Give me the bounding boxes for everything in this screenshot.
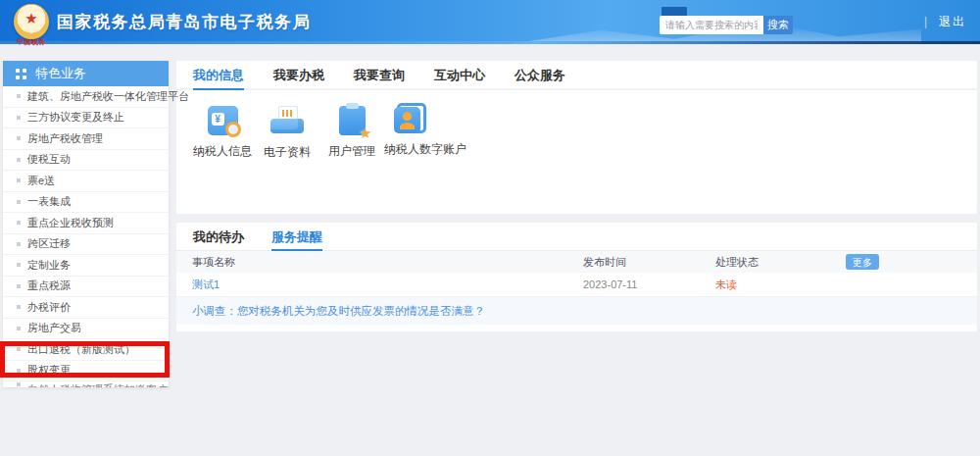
column-status: 处理状态 — [715, 251, 759, 273]
logout-button[interactable]: 退出 — [939, 15, 966, 28]
sidebar-item[interactable]: 出口退税（新版测试） — [3, 339, 169, 361]
search-button[interactable]: 搜索 — [763, 16, 793, 34]
sidebar-item-label: 定制业务 — [27, 258, 71, 273]
sidebar-item[interactable]: 房地产税收管理 — [3, 128, 169, 150]
sidebar-item[interactable]: 便税互动 — [3, 150, 169, 172]
bullet-icon — [17, 242, 21, 246]
publish-date: 2023-07-11 — [583, 273, 637, 297]
bullet-icon — [17, 94, 21, 98]
bullet-icon — [17, 327, 21, 330]
bullet-icon — [17, 116, 21, 120]
sidebar-item-label: 自然人税收管理系统扣缴客户端下载 — [27, 382, 169, 387]
table-row: 测试1 2023-07-11 未读 — [176, 273, 977, 297]
taxpayer-info-icon — [208, 106, 238, 135]
column-item-name: 事项名称 — [192, 251, 235, 273]
sidebar-item[interactable]: 一表集成 — [3, 192, 169, 214]
sidebar-title: 特色业务 — [35, 65, 86, 82]
todo-tab[interactable]: 我的待办 — [193, 223, 244, 251]
quick-link[interactable]: 纳税人数字账户 — [384, 104, 449, 161]
quick-links: 纳税人信息 电子资料 用户管理 纳税人数字账户 — [176, 90, 977, 161]
sidebar-item-label: 三方协议变更及终止 — [27, 110, 124, 125]
sidebar-item-label: 票e送 — [27, 174, 55, 188]
e-documents-icon — [270, 104, 305, 136]
national-emblem-icon — [14, 4, 49, 39]
sidebar-item[interactable]: 跨区迁移 — [3, 234, 169, 256]
status-text: 未读 — [715, 273, 737, 297]
sidebar-item[interactable]: 建筑、房地产税收一体化管理平台 — [3, 86, 169, 108]
sidebar-item[interactable]: 股权变更 — [3, 361, 169, 382]
divider: | — [924, 15, 927, 28]
main-tab[interactable]: 互动中心 — [434, 61, 485, 90]
sidebar-item-label: 房地产税收管理 — [27, 131, 103, 146]
quick-link-label: 用户管理 — [319, 143, 384, 160]
tax-bureau-logo: 中国税务 — [10, 4, 53, 47]
sidebar-item-label: 重点企业税收预测 — [27, 216, 114, 230]
main-tab[interactable]: 我的信息 — [193, 61, 244, 90]
app-header: 中国税务 国家税务总局青岛市电子税务局 搜索 |退出 — [0, 0, 980, 44]
bullet-icon — [17, 347, 21, 351]
sidebar-item-label: 便税互动 — [27, 152, 71, 167]
column-publish-time: 发布时间 — [583, 251, 626, 273]
bullet-icon — [17, 284, 21, 288]
todo-panel: 我的待办服务提醒 事项名称 发布时间 处理状态 更多 测试1 2023-07-1… — [176, 223, 977, 331]
quick-link[interactable]: 电子资料 — [255, 104, 319, 161]
sidebar-item[interactable]: 重点税源 — [3, 277, 169, 298]
sidebar-item[interactable]: 定制业务 — [3, 255, 169, 277]
sidebar-item-label: 房地产交易 — [27, 321, 81, 335]
table-body: 测试1 2023-07-11 未读 — [176, 273, 977, 297]
more-button[interactable]: 更多 — [846, 254, 879, 270]
digital-account-icon — [394, 107, 420, 133]
bullet-icon — [17, 305, 21, 309]
quick-link-label: 纳税人信息 — [190, 143, 255, 160]
table-header: 事项名称 发布时间 处理状态 更多 — [176, 251, 977, 273]
main-tab[interactable]: 我要办税 — [273, 61, 324, 90]
search-input[interactable] — [660, 16, 763, 34]
sidebar-item[interactable]: 票e送 — [3, 171, 169, 192]
sidebar-item[interactable]: 重点企业税收预测 — [3, 213, 169, 234]
bullet-icon — [17, 369, 21, 373]
sidebar-header: 特色业务 — [3, 61, 169, 86]
bullet-icon — [17, 200, 21, 204]
quick-link-label: 纳税人数字账户 — [384, 141, 449, 158]
bullet-icon — [17, 178, 21, 182]
user-management-icon — [339, 106, 366, 135]
sidebar-item-label: 建筑、房地产税收一体化管理平台 — [27, 89, 189, 104]
main-tab[interactable]: 公众服务 — [514, 61, 565, 90]
sidebar: 特色业务 建筑、房地产税收一体化管理平台 三方协议变更及终止 房地产税收管理 便… — [3, 61, 169, 387]
sidebar-menu: 建筑、房地产税收一体化管理平台 三方协议变更及终止 房地产税收管理 便税互动 票… — [3, 86, 169, 381]
grid-icon — [16, 69, 26, 79]
quick-link-label: 电子资料 — [255, 144, 319, 161]
item-name-link[interactable]: 测试1 — [192, 273, 220, 297]
bullet-icon — [17, 263, 21, 267]
main-tab[interactable]: 我要查询 — [354, 61, 405, 90]
bullet-icon — [17, 158, 21, 162]
sidebar-item[interactable]: 办税评价 — [3, 297, 169, 319]
sidebar-item[interactable]: 房地产交易 — [3, 319, 169, 340]
sidebar-item-label: 出口退税（新版测试） — [27, 342, 135, 357]
sidebar-item-label: 重点税源 — [27, 279, 71, 293]
quick-link[interactable]: 纳税人信息 — [190, 104, 255, 161]
sidebar-item-clipped[interactable]: 自然人税收管理系统扣缴客户端下载 — [3, 381, 169, 387]
todo-tabs: 我的待办服务提醒 — [176, 223, 977, 251]
header-user-actions: |退出 — [924, 14, 966, 30]
bullet-icon — [17, 136, 21, 140]
sidebar-item-label: 一表集成 — [27, 194, 71, 209]
main-tabs: 我的信息我要办税我要查询互动中心公众服务 — [176, 61, 977, 90]
sidebar-item-label: 跨区迁移 — [27, 236, 71, 251]
sidebar-item-label: 股权变更 — [27, 363, 71, 378]
search-hint-tag — [662, 7, 687, 16]
survey-link[interactable]: 小调查：您对税务机关为您及时供应发票的情况是否满意？ — [176, 297, 977, 325]
sidebar-item-label: 办税评价 — [27, 300, 71, 315]
sidebar-item[interactable]: 三方协议变更及终止 — [3, 108, 169, 129]
page-title: 国家税务总局青岛市电子税务局 — [57, 11, 311, 33]
main-panel: 我的信息我要办税我要查询互动中心公众服务 纳税人信息 电子资料 用户管理 纳税人… — [176, 61, 977, 214]
bullet-icon — [17, 382, 21, 386]
quick-link[interactable]: 用户管理 — [319, 104, 384, 161]
todo-tab[interactable]: 服务提醒 — [271, 223, 322, 251]
bullet-icon — [17, 221, 21, 225]
